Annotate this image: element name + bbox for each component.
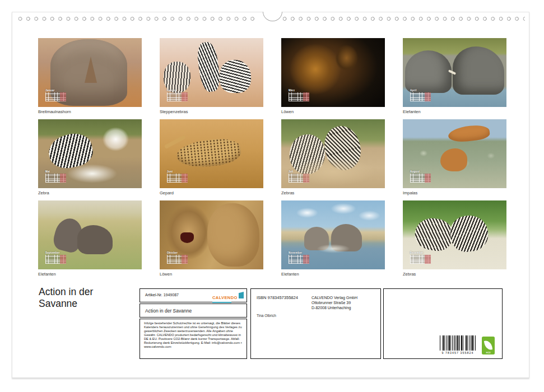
calendar-title-line1: Action in der <box>39 286 93 298</box>
legal-notice: Infolge bestehender Schutzrechte ist es … <box>144 321 243 349</box>
month-thumbnail-october: Oktober Löwen <box>160 200 263 277</box>
photo-lions-fighting: März <box>281 38 385 107</box>
calendar-title: Action in der Savanne <box>39 286 93 309</box>
mini-calendar-grid <box>45 174 66 183</box>
mini-calendar-grid <box>289 174 309 183</box>
month-thumbnail-february: Februar Steppenzebras <box>160 38 263 115</box>
mini-calendar-watermark: November <box>289 251 312 264</box>
publisher-address: CALVENDO Verlag GmbH Ottobrunner Straße … <box>311 295 357 310</box>
photo-zebras-dust: Juli <box>281 119 385 188</box>
isbn-publisher-box: ISBN 9783457355824 CALVENDO Verlag GmbH … <box>250 288 381 359</box>
photo-caption: Zebra <box>38 190 142 196</box>
mini-calendar-watermark: Oktober <box>167 251 190 264</box>
photo-rhino: Januar <box>38 38 142 107</box>
mini-calendar-watermark: Februar <box>167 89 190 101</box>
photo-elephants-water: April <box>403 38 506 107</box>
spiral-binding-holes-left <box>17 16 258 22</box>
calendar-title-box: Action in der Savanne <box>140 304 247 318</box>
photo-caption: Zebras <box>403 271 506 277</box>
photo-cheetah-running: Juni <box>160 119 263 188</box>
month-thumbnail-september: September Elefanten <box>38 200 142 277</box>
photo-elephants-waterhole: November <box>281 200 385 269</box>
mini-calendar-grid <box>45 92 66 101</box>
mini-calendar-watermark: Juni <box>167 170 190 183</box>
photo-caption: Steppenzebras <box>160 109 263 115</box>
calvendo-logo-icon <box>239 292 244 298</box>
calvendo-logo: CALVENDO <box>212 291 244 300</box>
month-thumbnail-january: Januar Breitmaulnashorn <box>38 38 142 115</box>
calendar-title-small: Action in der Savanne <box>145 308 192 314</box>
author-name: Tina Olbrich <box>257 314 276 318</box>
calvendo-logo-text: CALVENDO <box>212 295 238 300</box>
month-thumbnail-april: April Elefanten <box>403 38 506 115</box>
mini-calendar-grid <box>167 92 188 101</box>
mini-calendar-grid <box>410 255 431 264</box>
photo-caption: Breitmaulnashorn <box>38 109 142 115</box>
month-thumbnail-may: Mai Zebra <box>38 119 142 196</box>
eco-label: eco <box>482 337 495 354</box>
month-thumbnail-grid: Januar Breitmaulnashorn Februar Steppenz… <box>38 38 508 277</box>
mini-calendar-watermark: Mai <box>45 170 69 183</box>
month-thumbnail-july: Juli Zebras <box>281 119 385 196</box>
photo-caption: Impalas <box>403 190 506 196</box>
publisher-city: D-82008 Unterhaching <box>311 305 357 310</box>
photo-caption: Löwen <box>160 271 263 277</box>
mini-calendar-grid <box>289 255 309 264</box>
article-number-box: Artikel-Nr. 1949087 CALVENDO <box>140 288 247 302</box>
photo-caption: Elefanten <box>38 271 142 277</box>
calvendo-logo-tagline <box>212 302 231 303</box>
photo-caption: Gepard <box>160 190 263 196</box>
eco-label-text: eco <box>486 351 490 354</box>
month-thumbnail-november: November Elefanten <box>281 200 385 277</box>
publisher-street: Ottobrunner Straße 39 <box>311 300 357 305</box>
mini-calendar-grid <box>45 255 66 264</box>
article-number: Artikel-Nr. 1949087 <box>145 293 179 297</box>
mini-calendar-watermark: März <box>289 89 312 101</box>
calendar-back-cover-sheet: Januar Breitmaulnashorn Februar Steppenz… <box>12 12 529 378</box>
publisher-name: CALVENDO Verlag GmbH <box>311 295 357 300</box>
mini-calendar-watermark: August <box>410 170 434 183</box>
photo-caption: Löwen <box>281 109 385 115</box>
photo-caption: Elefanten <box>403 109 506 115</box>
leaf-icon <box>484 340 492 351</box>
mini-calendar-watermark: Dezember <box>410 251 434 264</box>
month-thumbnail-december: Dezember Zebras <box>403 200 506 277</box>
mini-calendar-grid <box>410 92 431 101</box>
barcode-bars <box>440 335 476 351</box>
photo-zebra-splashing: Mai <box>38 119 142 188</box>
photo-caption: Elefanten <box>281 271 385 277</box>
photo-caption: Zebras <box>281 190 385 196</box>
legal-notice-box: Infolge bestehender Schutzrechte ist es … <box>140 319 247 359</box>
photo-elephants-playing: September <box>38 200 142 269</box>
ean-barcode: 9 783457 355824 <box>440 335 476 354</box>
spiral-binding-holes-right <box>282 16 525 22</box>
mini-calendar-watermark: Januar <box>45 89 69 101</box>
month-thumbnail-march: März Löwen <box>281 38 385 115</box>
photo-zebras-herd: Februar <box>160 38 263 107</box>
barcode-box: 9 783457 355824 eco <box>383 288 503 359</box>
mini-calendar-grid <box>289 92 309 101</box>
mini-calendar-grid <box>410 174 431 183</box>
mini-calendar-watermark: Juli <box>289 170 312 183</box>
photo-lions-closeup: Oktober <box>160 200 263 269</box>
mini-calendar-grid <box>167 174 188 183</box>
mini-calendar-grid <box>167 255 188 264</box>
photo-zebras-sparring: Dezember <box>403 200 506 269</box>
barcode-digits: 9 783457 355824 <box>440 351 476 354</box>
month-thumbnail-june: Juni Gepard <box>160 119 263 196</box>
isbn: ISBN 9783457355824 <box>257 295 298 300</box>
mini-calendar-watermark: September <box>45 251 69 264</box>
photo-impalas-leaping: August <box>403 119 506 188</box>
mini-calendar-watermark: April <box>410 89 434 101</box>
hanger-cutout <box>263 12 282 21</box>
calendar-title-line2: Savanne <box>39 298 93 310</box>
month-thumbnail-august: August Impalas <box>403 119 506 196</box>
